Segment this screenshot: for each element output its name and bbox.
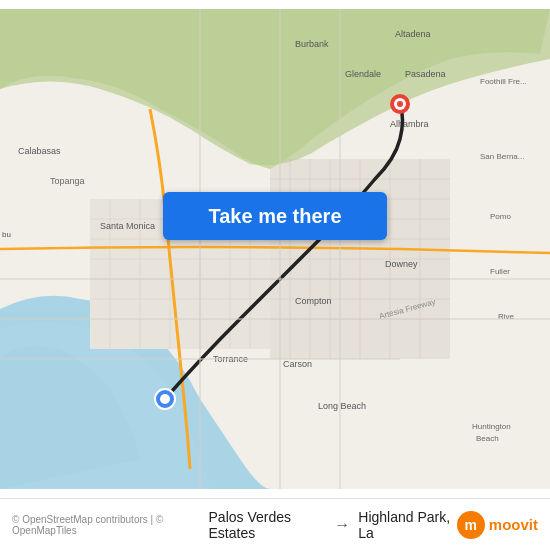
svg-text:Huntington: Huntington bbox=[472, 422, 511, 431]
svg-text:bu: bu bbox=[2, 230, 11, 239]
destination-label: Highland Park, La bbox=[358, 509, 457, 541]
route-arrow: → bbox=[334, 516, 350, 534]
svg-text:Compton: Compton bbox=[295, 296, 332, 306]
map-svg: Calabasas Burbank Altadena Glendale Pasa… bbox=[0, 0, 550, 498]
svg-text:Downey: Downey bbox=[385, 259, 418, 269]
svg-text:Fuller: Fuller bbox=[490, 267, 510, 276]
origin-label: Palos Verdes Estates bbox=[209, 509, 327, 541]
footer-route: Palos Verdes Estates → Highland Park, La bbox=[209, 509, 457, 541]
svg-text:Topanga: Topanga bbox=[50, 176, 85, 186]
svg-text:Altadena: Altadena bbox=[395, 29, 431, 39]
svg-text:Pomo: Pomo bbox=[490, 212, 511, 221]
svg-text:Pasadena: Pasadena bbox=[405, 69, 446, 79]
app-container: Calabasas Burbank Altadena Glendale Pasa… bbox=[0, 0, 550, 550]
svg-text:Glendale: Glendale bbox=[345, 69, 381, 79]
attribution-text: © OpenStreetMap contributors | © OpenMap… bbox=[12, 514, 209, 536]
svg-text:Foothill Fre...: Foothill Fre... bbox=[480, 77, 527, 86]
svg-text:Santa Monica: Santa Monica bbox=[100, 221, 155, 231]
svg-text:Carson: Carson bbox=[283, 359, 312, 369]
svg-point-58 bbox=[397, 101, 403, 107]
take-me-there-button[interactable]: Take me there bbox=[163, 192, 387, 240]
svg-text:Long Beach: Long Beach bbox=[318, 401, 366, 411]
footer: © OpenStreetMap contributors | © OpenMap… bbox=[0, 498, 550, 550]
moovit-logo: m moovit bbox=[457, 511, 538, 539]
svg-text:Burbank: Burbank bbox=[295, 39, 329, 49]
svg-text:Rive: Rive bbox=[498, 312, 515, 321]
map-area: Calabasas Burbank Altadena Glendale Pasa… bbox=[0, 0, 550, 498]
svg-text:Beach: Beach bbox=[476, 434, 499, 443]
svg-point-60 bbox=[160, 394, 170, 404]
moovit-logo-icon: m bbox=[457, 511, 485, 539]
svg-text:San Berna...: San Berna... bbox=[480, 152, 524, 161]
footer-left: © OpenStreetMap contributors | © OpenMap… bbox=[12, 514, 209, 536]
moovit-logo-text: moovit bbox=[489, 516, 538, 533]
svg-text:Alhambra: Alhambra bbox=[390, 119, 429, 129]
svg-text:Calabasas: Calabasas bbox=[18, 146, 61, 156]
